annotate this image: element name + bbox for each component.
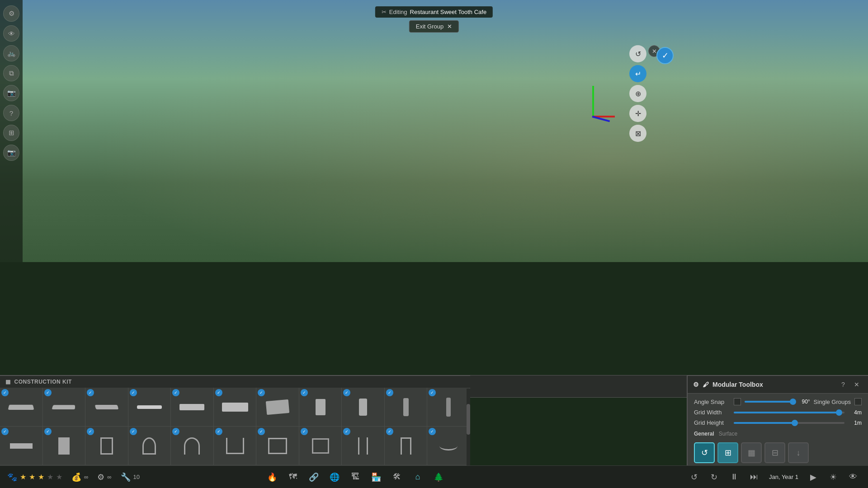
- grid-width-fill: [734, 412, 839, 413]
- item-badge: ✓: [130, 428, 137, 435]
- list-item[interactable]: ✓: [214, 427, 257, 465]
- item-badge: ✓: [301, 389, 308, 396]
- pause-button[interactable]: ⏸: [726, 469, 742, 485]
- eye-status-button[interactable]: 👁: [845, 469, 861, 485]
- list-item[interactable]: ✓: [214, 388, 257, 426]
- list-item[interactable]: ✓: [85, 388, 128, 426]
- shop-button[interactable]: 🏪: [368, 469, 384, 485]
- modular-header: ⚙ 🖌 Modular Toolbox ? ✕: [688, 376, 868, 394]
- list-item[interactable]: ✓: [427, 427, 470, 465]
- list-item[interactable]: ✓: [43, 427, 86, 465]
- sidebar-bike-button[interactable]: 🚲: [3, 45, 19, 61]
- list-item[interactable]: ✓: [342, 388, 385, 426]
- sun-button[interactable]: ☀: [826, 469, 841, 485]
- grid-height-row: Grid Height 1m: [694, 419, 862, 426]
- item-row-1: ✓ ✓ ✓ ✓ ✓ ✓ ✓: [0, 388, 470, 427]
- sidebar-layers-button[interactable]: ⧉: [3, 65, 19, 81]
- list-item[interactable]: ✓: [0, 427, 43, 465]
- item-badge: ✓: [87, 389, 94, 396]
- left-sidebar: ⚙ 👁 🚲 ⧉ 📷 ? ⊞ 📷: [0, 0, 23, 262]
- undo-button[interactable]: ↺: [687, 469, 702, 485]
- tools-button[interactable]: 🛠: [389, 469, 405, 485]
- date-label: Jan, Year 1: [769, 474, 798, 480]
- star-4: ★: [47, 473, 53, 481]
- link-button[interactable]: ⊠: [629, 125, 646, 142]
- ranger-button[interactable]: 🌲: [431, 469, 446, 485]
- tool-grid-button[interactable]: ▦: [741, 442, 762, 463]
- panel-divider: [687, 375, 687, 465]
- list-item[interactable]: ✓: [256, 388, 299, 426]
- angle-snap-checkbox[interactable]: [734, 398, 741, 405]
- move-button[interactable]: ✛: [629, 105, 646, 122]
- item-badge: ✓: [258, 389, 265, 396]
- map-button[interactable]: 🗺: [285, 469, 301, 485]
- grid-width-label: Grid Width: [694, 409, 730, 416]
- construction-header: ▦ CONSTRUCTION KIT: [0, 376, 470, 388]
- building-button[interactable]: 🏗: [348, 469, 363, 485]
- exit-group-button[interactable]: Exit Group ✕: [409, 20, 459, 33]
- list-item[interactable]: ✓: [85, 427, 128, 465]
- help-button[interactable]: ?: [837, 379, 849, 390]
- grid-height-thumb[interactable]: [792, 420, 798, 426]
- tool-grid2-button[interactable]: ⊟: [764, 442, 785, 463]
- modular-controls: ? ✕: [837, 379, 863, 390]
- list-item[interactable]: ✓: [385, 427, 428, 465]
- list-item[interactable]: ✓: [299, 427, 342, 465]
- arrow-right-button[interactable]: ▶: [806, 469, 821, 485]
- path-button[interactable]: 🔗: [306, 469, 321, 485]
- angle-snap-thumb[interactable]: [790, 399, 796, 405]
- sidebar-photo-button[interactable]: 📷: [3, 145, 19, 161]
- list-item[interactable]: ✓: [427, 388, 470, 426]
- wrench-group: ⚙ ∞: [97, 472, 111, 482]
- sidebar-extra-button[interactable]: ⊞: [3, 125, 19, 141]
- globe-bottom-button[interactable]: 🌐: [327, 469, 342, 485]
- sidebar-camera-button[interactable]: 📷: [3, 85, 19, 101]
- fire-button[interactable]: 🔥: [264, 469, 280, 485]
- sidebar-settings-button[interactable]: ⚙: [3, 5, 19, 22]
- list-item[interactable]: ✓: [128, 427, 171, 465]
- sidebar-eye-button[interactable]: 👁: [3, 25, 19, 42]
- item-badge: ✓: [386, 389, 393, 396]
- tool-rotate-button[interactable]: ↺: [694, 442, 715, 463]
- date-display: ↺ ↻ ⏸ ⏭ Jan, Year 1 ▶ ☀ 👁: [687, 469, 861, 485]
- sidebar-question-button[interactable]: ?: [3, 105, 19, 121]
- list-item[interactable]: ✓: [171, 388, 214, 426]
- 3d-viewport[interactable]: ✂ Editing Restaurant Sweet Tooth Cafe Ex…: [0, 0, 868, 262]
- list-item[interactable]: ✓: [171, 427, 214, 465]
- general-section-label: General: [694, 431, 714, 437]
- angle-snap-slider[interactable]: [745, 401, 793, 403]
- item-badge: ✓: [215, 389, 222, 396]
- item-badge: ✓: [343, 389, 350, 396]
- panel-scrollbar[interactable]: [467, 389, 470, 465]
- close-panel-button[interactable]: ✕: [851, 379, 863, 390]
- list-item[interactable]: ✓: [299, 388, 342, 426]
- redo-button[interactable]: ↻: [707, 469, 722, 485]
- item-row-2: ✓ ✓ ✓ ✓ ✓ ✓ ✓: [0, 427, 470, 465]
- single-groups-checkbox[interactable]: [854, 398, 862, 405]
- tool-move-button[interactable]: ⊞: [717, 442, 738, 463]
- item-badge: ✓: [429, 428, 436, 435]
- list-item[interactable]: ✓: [128, 388, 171, 426]
- item-shape: [100, 437, 113, 455]
- home-bottom-button[interactable]: ⌂: [410, 469, 425, 485]
- list-item[interactable]: ✓: [342, 427, 385, 465]
- place-enter-button[interactable]: ↵: [629, 65, 646, 82]
- list-item[interactable]: ✓: [256, 427, 299, 465]
- panel-scrollbar-thumb[interactable]: [467, 404, 470, 435]
- item-shape: [316, 399, 326, 415]
- single-groups-label: Single Groups: [814, 399, 851, 405]
- list-item[interactable]: ✓: [0, 388, 43, 426]
- edit-icon: ✂: [382, 9, 387, 15]
- construction-grid: ✓ ✓ ✓ ✓ ✓ ✓ ✓: [0, 388, 470, 465]
- rotate-button[interactable]: ↺: [629, 45, 646, 62]
- grid-height-slider[interactable]: [734, 422, 844, 424]
- globe-button[interactable]: ⊕: [629, 85, 646, 102]
- grid-width-thumb[interactable]: [836, 409, 842, 416]
- confirm-button[interactable]: ✓: [656, 47, 674, 64]
- list-item[interactable]: ✓: [43, 388, 86, 426]
- tool-down-button[interactable]: ↓: [788, 442, 809, 463]
- fastforward-button[interactable]: ⏭: [746, 469, 762, 485]
- grid-width-slider[interactable]: [734, 412, 844, 413]
- money-value: ∞: [84, 474, 88, 480]
- list-item[interactable]: ✓: [385, 388, 428, 426]
